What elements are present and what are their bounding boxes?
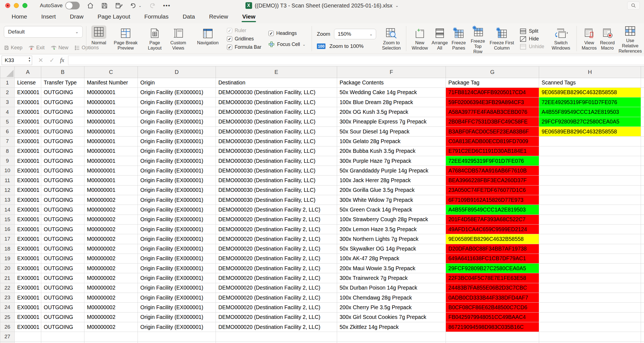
cell-D3[interactable]: Origin Facility (EX000001) <box>138 97 216 107</box>
cell-B11[interactable]: OUTGOING <box>41 176 84 185</box>
cell-H17[interactable] <box>539 234 641 244</box>
cell-D24[interactable]: Origin Facility (EX000001) <box>138 303 216 312</box>
tab-home[interactable]: Home <box>11 12 28 23</box>
normal-view-button[interactable]: Normal <box>90 25 108 53</box>
cell-E17[interactable]: DEMO000020 (Destination Facility 2, LLC) <box>216 234 337 244</box>
cancel-formula-icon[interactable]: ✕ <box>38 57 43 64</box>
cell-B4[interactable]: OUTGOING <box>41 107 84 117</box>
row-header-1[interactable]: 1 <box>0 78 15 87</box>
cell-B23[interactable]: OUTGOING <box>41 293 84 303</box>
cell-F15[interactable]: 100x Strawberry Cough 28g Prepack <box>337 215 446 224</box>
cell-E27[interactable] <box>216 332 337 342</box>
cell-C15[interactable]: M00000002 <box>84 215 138 224</box>
new-sheet-view-button[interactable]: New <box>51 45 68 51</box>
cell-A17[interactable]: EX00001 <box>15 234 41 244</box>
cell-B26[interactable]: OUTGOING <box>41 322 84 332</box>
cell-D15[interactable]: Origin Facility (EX000001) <box>138 215 216 224</box>
row-header-13[interactable]: 13 <box>0 195 15 205</box>
cell-D12[interactable]: Origin Facility (EX000001) <box>138 185 216 195</box>
cell-F26[interactable]: 50x Zkittlez 14g Prepack <box>337 322 446 332</box>
header-cell-H1[interactable]: Scanned Tags <box>539 78 641 87</box>
cell-B2[interactable]: OUTGOING <box>41 87 84 97</box>
cell-D10[interactable]: Origin Facility (EX000001) <box>138 166 216 176</box>
cell-F22[interactable]: 50x Durban Poison 14g Prepack <box>337 283 446 293</box>
cell-C5[interactable]: M00000001 <box>84 117 138 127</box>
cell-H14[interactable] <box>539 205 641 215</box>
cell-H15[interactable] <box>539 215 641 224</box>
arrange-all-button[interactable]: Arrange All <box>430 25 449 53</box>
cell-F5[interactable]: 300x Pineapple Express 7g Prepack <box>337 117 446 127</box>
cell-F24[interactable]: 200x Cherry Pie 3.5g Prepack <box>337 303 446 312</box>
cell-A8[interactable]: EX00001 <box>15 146 41 156</box>
cell-E22[interactable]: DEMO000020 (Destination Facility 2, LLC) <box>216 283 337 293</box>
cell-B28[interactable] <box>41 342 84 343</box>
row-header-19[interactable]: 19 <box>0 254 15 263</box>
cell-E9[interactable]: DEMO000030 (Destination Facility, LLC) <box>216 156 337 166</box>
cell-G17[interactable]: 9E06589EB8296C4632B58558 <box>446 234 539 244</box>
exit-sheet-view-button[interactable]: Exit <box>29 45 45 51</box>
cell-A23[interactable]: EX00001 <box>15 293 41 303</box>
cell-G15[interactable]: 201F4D58E7AF393A68C522C7 <box>446 215 539 224</box>
row-header-7[interactable]: 7 <box>0 136 15 146</box>
row-header-22[interactable]: 22 <box>0 283 15 293</box>
tab-view[interactable]: View <box>242 12 256 23</box>
cell-F12[interactable]: 200x Gorilla Glue 3.5g Prepack <box>337 185 446 195</box>
cell-C14[interactable]: M00000002 <box>84 205 138 215</box>
cell-B27[interactable] <box>41 332 84 342</box>
cell-F11[interactable]: 100x Jack Herer 28g Prepack <box>337 176 446 185</box>
cell-A7[interactable]: EX00001 <box>15 136 41 146</box>
cell-B17[interactable]: OUTGOING <box>41 234 84 244</box>
cell-F14[interactable]: 50x Green Crack 14g Prepack <box>337 205 446 215</box>
cell-H11[interactable] <box>539 176 641 185</box>
cell-G26[interactable]: 867219094598D983C035B16C <box>446 322 539 332</box>
cell-A5[interactable]: EX00001 <box>15 117 41 127</box>
cell-F7[interactable]: 100x Gelato 28g Prepack <box>337 136 446 146</box>
cell-B8[interactable]: OUTGOING <box>41 146 84 156</box>
cell-C21[interactable]: M00000002 <box>84 273 138 283</box>
cell-A3[interactable]: EX00001 <box>15 97 41 107</box>
cell-D11[interactable]: Origin Facility (EX000001) <box>138 176 216 185</box>
tab-review[interactable]: Review <box>208 12 229 23</box>
cell-G23[interactable]: 0ADB0CD333B44F338DFD4AF7 <box>446 293 539 303</box>
cell-A24[interactable]: EX00001 <box>15 303 41 312</box>
row-header-16[interactable]: 16 <box>0 224 15 234</box>
cell-E3[interactable]: DEMO000030 (Destination Facility, LLC) <box>216 97 337 107</box>
cell-G27[interactable] <box>446 332 539 342</box>
cell-E23[interactable]: DEMO000020 (Destination Facility 2, LLC) <box>216 293 337 303</box>
cell-E25[interactable]: DEMO000020 (Destination Facility 2, LLC) <box>216 312 337 322</box>
cell-B22[interactable]: OUTGOING <box>41 283 84 293</box>
cell-G18[interactable]: D20DFAB0C88F34BB7AF19738 <box>446 244 539 254</box>
cell-G9[interactable]: 72EE49295319F9F01D7FE076 <box>446 156 539 166</box>
cell-A9[interactable]: EX00001 <box>15 156 41 166</box>
cell-D13[interactable]: Origin Facility (EX000001) <box>138 195 216 205</box>
cell-C16[interactable]: M00000002 <box>84 224 138 234</box>
cell-E24[interactable]: DEMO000020 (Destination Facility 2, LLC) <box>216 303 337 312</box>
cell-A19[interactable]: EX00001 <box>15 254 41 263</box>
cell-C7[interactable]: M00000001 <box>84 136 138 146</box>
cell-G7[interactable]: C0A813EADB00ECD819FD7009 <box>446 136 539 146</box>
cell-E13[interactable]: DEMO000030 (Destination Facility, LLC) <box>216 195 337 205</box>
navigation-button[interactable]: Navigation <box>195 25 220 53</box>
cell-F4[interactable]: 200x OG Kush 3.5g Prepack <box>337 107 446 117</box>
cell-H22[interactable] <box>539 283 641 293</box>
cell-D19[interactable]: Origin Facility (EX000001) <box>138 254 216 263</box>
cell-F6[interactable]: 50x Sour Diesel 14g Prepack <box>337 127 446 136</box>
custom-views-button[interactable]: Custom Views <box>166 25 190 53</box>
cell-F18[interactable]: 50x Skywalker OG 14g Prepack <box>337 244 446 254</box>
cell-G25[interactable]: FB0425979948051CC49BAAC4 <box>446 312 539 322</box>
row-header-15[interactable]: 15 <box>0 215 15 224</box>
zoom-to-100-button[interactable]: 100 Zoom to 100% <box>317 43 376 49</box>
cell-F19[interactable]: 100x AK-47 28g Prepack <box>337 254 446 263</box>
cell-H13[interactable] <box>539 195 641 205</box>
cell-E26[interactable]: DEMO000020 (Destination Facility 2, LLC) <box>216 322 337 332</box>
cell-E19[interactable]: DEMO000020 (Destination Facility 2, LLC) <box>216 254 337 263</box>
row-header-14[interactable]: 14 <box>0 205 15 215</box>
cell-H3[interactable]: 72EE49295319F9F01D7FE076 <box>539 97 641 107</box>
row-header-3[interactable]: 3 <box>0 97 15 107</box>
cell-D4[interactable]: Origin Facility (EX000001) <box>138 107 216 117</box>
cell-H9[interactable] <box>539 156 641 166</box>
row-header-27[interactable]: 27 <box>0 332 15 342</box>
cell-A6[interactable]: EX00001 <box>15 127 41 136</box>
cell-D23[interactable]: Origin Facility (EX000001) <box>138 293 216 303</box>
cell-H25[interactable] <box>539 312 641 322</box>
